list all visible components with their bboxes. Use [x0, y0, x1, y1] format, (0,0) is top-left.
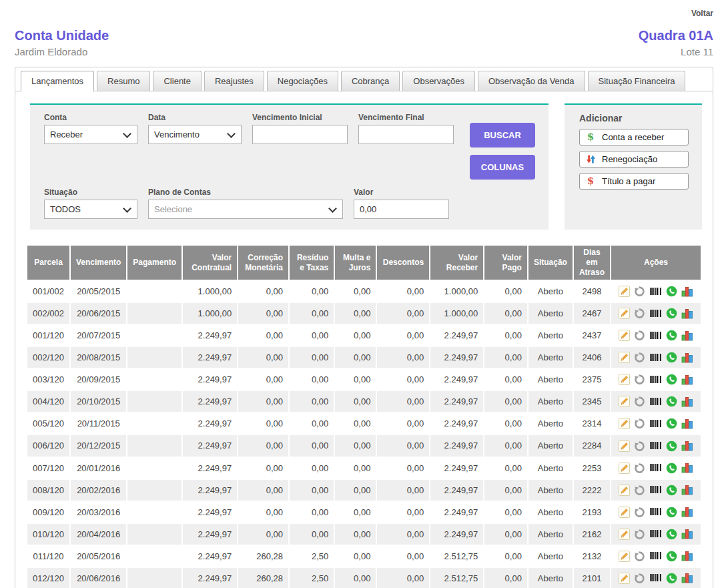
cell-descontos: 0,00	[377, 480, 429, 501]
barcode-icon[interactable]	[649, 419, 662, 428]
edit-icon[interactable]	[619, 529, 630, 540]
whatsapp-icon[interactable]	[666, 507, 677, 518]
chart-icon[interactable]	[681, 507, 693, 517]
edit-icon[interactable]	[619, 551, 630, 562]
barcode-icon[interactable]	[649, 353, 662, 362]
renegotiate-icon[interactable]	[634, 396, 645, 407]
edit-icon[interactable]	[619, 330, 630, 341]
renegotiate-icon[interactable]	[634, 352, 645, 363]
chart-icon[interactable]	[681, 529, 693, 539]
edit-icon[interactable]	[619, 374, 630, 385]
chart-icon[interactable]	[681, 418, 693, 429]
renegotiate-icon[interactable]	[634, 551, 645, 562]
barcode-icon[interactable]	[649, 463, 662, 473]
barcode-icon[interactable]	[649, 507, 662, 517]
edit-icon[interactable]	[619, 308, 630, 319]
add-conta-a-receber-button[interactable]: $Conta a receber	[579, 129, 689, 145]
whatsapp-icon[interactable]	[666, 463, 677, 474]
renegotiate-icon[interactable]	[634, 485, 645, 496]
chart-icon[interactable]	[681, 286, 693, 297]
whatsapp-icon[interactable]	[666, 440, 677, 452]
renegotiate-icon[interactable]	[634, 286, 645, 297]
whatsapp-icon[interactable]	[666, 551, 677, 562]
barcode-icon[interactable]	[649, 397, 662, 406]
tab-reajustes[interactable]: Reajustes	[204, 71, 264, 91]
renegotiate-icon[interactable]	[634, 308, 645, 319]
barcode-icon[interactable]	[649, 375, 662, 384]
add-título-a-pagar-button[interactable]: $Título a pagar	[579, 173, 689, 190]
renegotiate-icon[interactable]	[634, 529, 645, 540]
conta-select[interactable]: Receber	[44, 125, 137, 144]
edit-icon[interactable]	[619, 463, 630, 474]
renegotiate-icon[interactable]	[634, 418, 645, 429]
colunas-button[interactable]: COLUNAS	[470, 155, 535, 180]
chart-icon[interactable]	[681, 396, 693, 407]
chart-icon[interactable]	[681, 551, 693, 561]
add-renegociação-button[interactable]: Renegociação	[579, 151, 689, 168]
chart-icon[interactable]	[681, 463, 693, 473]
barcode-icon[interactable]	[649, 573, 662, 583]
chart-icon[interactable]	[681, 352, 693, 363]
chart-icon[interactable]	[681, 308, 693, 319]
barcode-icon[interactable]	[649, 441, 662, 451]
barcode-icon[interactable]	[649, 529, 662, 539]
whatsapp-icon[interactable]	[666, 573, 677, 584]
renegotiate-icon[interactable]	[634, 374, 645, 385]
whatsapp-icon[interactable]	[666, 308, 677, 319]
back-link[interactable]: Voltar	[691, 9, 713, 18]
tab-lançamentos[interactable]: Lançamentos	[21, 71, 94, 91]
chart-icon[interactable]	[681, 374, 693, 385]
renegotiate-icon[interactable]	[634, 330, 645, 341]
edit-icon[interactable]	[619, 396, 630, 407]
whatsapp-icon[interactable]	[666, 330, 677, 341]
whatsapp-icon[interactable]	[666, 529, 677, 540]
edit-icon[interactable]	[619, 440, 630, 452]
tab-situação-financeira[interactable]: Situação Financeira	[588, 71, 686, 91]
plano-de-contas-select[interactable]: Selecione	[148, 200, 343, 219]
tab-negociações[interactable]: Negociações	[267, 71, 338, 91]
whatsapp-icon[interactable]	[666, 374, 677, 385]
tab-observações[interactable]: Observações	[402, 71, 475, 91]
chart-icon[interactable]	[681, 573, 693, 583]
cell-dias-em-atraso: 2193	[574, 502, 610, 523]
vencimento-final-input[interactable]	[358, 125, 454, 144]
edit-icon[interactable]	[619, 418, 630, 429]
barcode-icon[interactable]	[649, 309, 662, 318]
renegotiate-icon[interactable]	[634, 573, 645, 584]
chart-icon[interactable]	[681, 440, 693, 451]
renegotiate-icon[interactable]	[634, 440, 645, 452]
vencimento-inicial-input[interactable]	[252, 125, 348, 144]
tab-cobrança[interactable]: Cobrança	[341, 71, 400, 91]
whatsapp-icon[interactable]	[666, 396, 677, 407]
edit-icon[interactable]	[619, 573, 630, 584]
renegotiate-icon[interactable]	[634, 507, 645, 518]
whatsapp-icon[interactable]	[666, 352, 677, 363]
edit-icon[interactable]	[619, 352, 630, 363]
cell-valor-receber: 2.512,75	[430, 546, 483, 567]
chart-icon[interactable]	[681, 330, 693, 341]
barcode-icon[interactable]	[649, 551, 662, 561]
barcode-icon[interactable]	[649, 287, 662, 296]
data-select[interactable]: Vencimento	[148, 125, 242, 144]
cell-valor-contratual: 2.249,97	[183, 325, 237, 346]
barcode-icon[interactable]	[649, 485, 662, 495]
edit-icon[interactable]	[619, 485, 630, 496]
whatsapp-icon[interactable]	[666, 286, 677, 297]
renegotiate-icon[interactable]	[634, 463, 645, 474]
chart-icon[interactable]	[681, 485, 693, 495]
whatsapp-icon[interactable]	[666, 485, 677, 496]
valor-input[interactable]	[354, 200, 449, 219]
tab-resumo[interactable]: Resumo	[97, 71, 150, 91]
buscar-button[interactable]: BUSCAR	[470, 123, 535, 148]
whatsapp-icon[interactable]	[666, 418, 677, 429]
tab-observação-da-venda[interactable]: Observação da Venda	[478, 71, 585, 91]
edit-icon[interactable]	[619, 286, 630, 297]
cell-pagamento	[127, 480, 181, 501]
cell-multa-e-juros: 0,00	[335, 413, 376, 434]
tab-cliente[interactable]: Cliente	[153, 71, 201, 91]
barcode-icon[interactable]	[649, 331, 662, 340]
cell-pagamento	[127, 347, 181, 368]
cell-correção-monetária: 0,00	[238, 347, 288, 368]
situacao-select[interactable]: TODOS	[44, 200, 137, 219]
edit-icon[interactable]	[619, 507, 630, 518]
